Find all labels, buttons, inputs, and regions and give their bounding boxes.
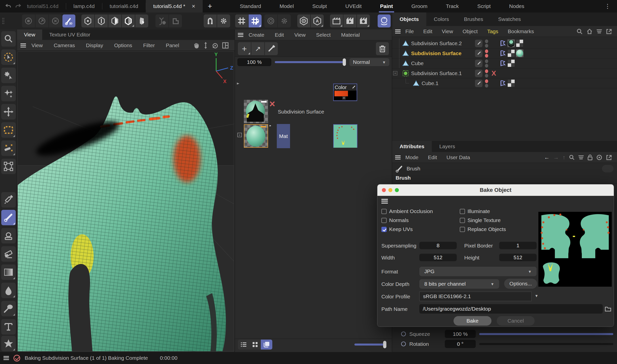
collapse-expander-icon[interactable]: − bbox=[393, 71, 397, 75]
move-layer-button[interactable]: ↗ bbox=[251, 42, 264, 55]
material-thumbnail-subdivision[interactable] bbox=[244, 100, 268, 123]
viewport-canvas[interactable]: Y Z X bbox=[17, 51, 234, 352]
tex-menu-edit[interactable]: Edit bbox=[270, 32, 289, 38]
zoom-slider-handle[interactable] bbox=[343, 58, 346, 66]
tab-layers[interactable]: Layers bbox=[432, 141, 463, 152]
visibility-dots[interactable] bbox=[485, 39, 488, 48]
color-swatch[interactable] bbox=[334, 91, 357, 97]
open-external-icon[interactable] bbox=[606, 154, 612, 160]
render-settings2-icon[interactable] bbox=[357, 14, 370, 27]
delete-layer-button[interactable] bbox=[376, 42, 389, 55]
file-tab[interactable]: tutorial6.c4d bbox=[102, 0, 146, 12]
stamp-tool[interactable] bbox=[1, 228, 16, 243]
visibility-dots[interactable] bbox=[485, 49, 488, 58]
object-row-subdivision-surface-1[interactable]: − Subdivision Surface.1 X bbox=[392, 68, 617, 78]
brush-preview-pill[interactable] bbox=[602, 165, 614, 172]
vp-menu-panel[interactable]: Panel bbox=[160, 42, 185, 48]
rotation-slider[interactable] bbox=[479, 343, 613, 345]
tab-colors[interactable]: Colors bbox=[426, 12, 457, 26]
vp-menu-options[interactable]: Options bbox=[109, 42, 138, 48]
mode-sculpt[interactable]: Sculpt bbox=[303, 0, 336, 12]
object-name[interactable]: Cube.1 bbox=[422, 80, 439, 86]
checkbox-normals[interactable]: Normals bbox=[381, 217, 409, 223]
phong-tag-icon[interactable] bbox=[499, 49, 506, 57]
attr-menu-edit[interactable]: Edit bbox=[423, 154, 442, 160]
tex-menu-select[interactable]: Select bbox=[311, 32, 336, 38]
color-profile-dropdown[interactable]: sRGB IEC61966-2.1 bbox=[419, 292, 532, 301]
uv-tag-icon[interactable] bbox=[516, 39, 523, 47]
mode-script[interactable]: Script bbox=[468, 0, 500, 12]
visibility-dots[interactable] bbox=[485, 79, 488, 88]
paint-brush-tool-active[interactable] bbox=[1, 210, 16, 225]
pan-hand-icon[interactable] bbox=[193, 42, 200, 49]
mode-standard[interactable]: Standard bbox=[231, 0, 270, 12]
mode-paint-active[interactable]: Paint bbox=[371, 0, 402, 12]
live-selection-tool[interactable] bbox=[1, 49, 16, 65]
shade-half-icon[interactable] bbox=[108, 14, 121, 27]
tex-menu-view[interactable]: View bbox=[289, 32, 311, 38]
filter-icon[interactable] bbox=[578, 155, 584, 159]
object-row-cube[interactable]: Cube bbox=[392, 58, 617, 68]
close-tab-icon[interactable]: × bbox=[192, 3, 195, 10]
dialog-hamburger-icon[interactable] bbox=[381, 199, 388, 204]
tab-texture-uv-editor[interactable]: Texture UV Editor bbox=[42, 29, 97, 40]
color-depth-dropdown[interactable]: 8 bits per channel▼ bbox=[419, 279, 499, 289]
axis-settings-icon[interactable] bbox=[155, 14, 168, 27]
search-icon[interactable] bbox=[577, 28, 583, 34]
add-layer-button[interactable]: + bbox=[238, 42, 251, 55]
zoom-slider[interactable] bbox=[275, 61, 346, 63]
mode-track[interactable]: Track bbox=[437, 0, 468, 12]
grid-edit-active-icon[interactable] bbox=[249, 14, 262, 27]
thumbnail-size-handle[interactable] bbox=[383, 341, 386, 348]
zoom-updown-icon[interactable] bbox=[203, 42, 208, 49]
texture-preview-thumbnail[interactable] bbox=[333, 124, 357, 148]
edit-color-pencil-icon[interactable] bbox=[352, 86, 355, 89]
grid-icon[interactable] bbox=[235, 14, 248, 27]
material-thumbnail-mat[interactable] bbox=[244, 124, 268, 148]
cancel-icon[interactable] bbox=[49, 14, 62, 27]
overflow-menu-icon[interactable]: ⋮ bbox=[598, 0, 617, 12]
checkbox-box[interactable] bbox=[381, 218, 387, 223]
object-name[interactable]: Cube bbox=[411, 60, 424, 66]
render-region-icon[interactable]: A bbox=[311, 14, 324, 27]
dialog-title-bar[interactable]: Bake Object bbox=[377, 184, 614, 196]
layer-view-button-active[interactable] bbox=[261, 340, 272, 350]
enable-pencil-toggle[interactable] bbox=[475, 60, 482, 67]
checkbox-box[interactable] bbox=[381, 209, 387, 214]
material-row-title[interactable]: Subdivision Surface bbox=[278, 109, 324, 115]
object-name-selected[interactable]: Subdivision Surface bbox=[411, 50, 462, 56]
tab-view[interactable]: View bbox=[17, 29, 42, 40]
mode-groom[interactable]: Groom bbox=[402, 0, 437, 12]
height-field[interactable]: 512 bbox=[499, 254, 537, 261]
eraser-tool[interactable] bbox=[1, 246, 16, 262]
panel-layout-icon[interactable] bbox=[222, 42, 229, 49]
snap-magnet-icon[interactable] bbox=[204, 14, 217, 27]
nav-forward-icon[interactable]: → bbox=[553, 154, 559, 161]
snap-settings-icon[interactable] bbox=[217, 14, 230, 27]
squeeze-slider[interactable] bbox=[479, 333, 613, 335]
shade-folded-icon[interactable] bbox=[135, 14, 148, 27]
blur-tool[interactable] bbox=[1, 283, 16, 298]
tab-objects[interactable]: Objects bbox=[392, 12, 426, 26]
checkbox-replace-objects[interactable]: Replace Objects bbox=[460, 226, 506, 232]
filter-icon[interactable] bbox=[597, 29, 602, 33]
grid-view-button[interactable] bbox=[249, 340, 261, 350]
material-tag-dark[interactable] bbox=[507, 39, 515, 47]
zoom-value-field[interactable]: 100 % bbox=[237, 58, 271, 66]
nav-up-icon[interactable]: ↑ bbox=[563, 154, 565, 161]
material-tag-teal[interactable] bbox=[516, 49, 523, 57]
render-picture-icon[interactable] bbox=[330, 14, 343, 27]
color-channel-box[interactable]: Color ⇧ bbox=[333, 84, 357, 101]
gradient-tool[interactable] bbox=[1, 264, 16, 280]
obj-menu-object[interactable]: Object bbox=[458, 28, 482, 34]
move-tool[interactable] bbox=[1, 104, 16, 120]
texture-hamburger-icon[interactable] bbox=[238, 33, 243, 37]
star-shape-tool[interactable] bbox=[1, 336, 16, 351]
file-tab-active[interactable]: tutorial5.c4d *× bbox=[146, 0, 203, 12]
viewport-hamburger-icon[interactable] bbox=[20, 43, 26, 47]
enable-pencil-toggle[interactable] bbox=[475, 50, 482, 57]
expand-material-icon[interactable]: + bbox=[237, 133, 242, 137]
paint-3d-tool-active[interactable]: 3D bbox=[62, 14, 75, 27]
blend-mode-dropdown[interactable]: Normal▼ bbox=[349, 58, 389, 66]
mode-uvedit[interactable]: UVEdit bbox=[336, 0, 371, 12]
